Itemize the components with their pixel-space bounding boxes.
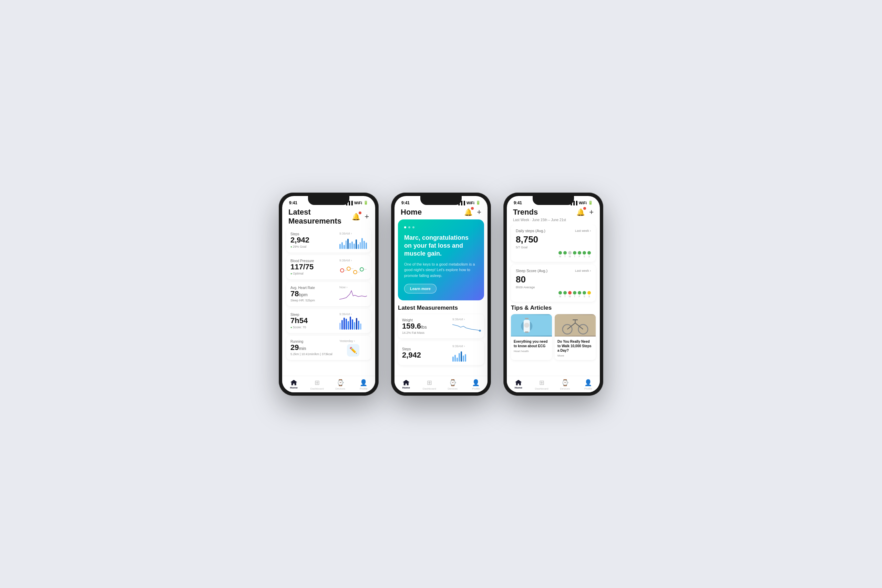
steps-week-chart: M T W T F S S xyxy=(516,251,591,258)
phone-1-notch xyxy=(308,196,350,205)
sleep-card[interactable]: Sleep 7h54 ●Score: 70 9:39AM › xyxy=(286,309,371,333)
status-time-2: 9:41 xyxy=(401,201,410,205)
svg-point-8 xyxy=(479,330,481,332)
tip-steps-image xyxy=(555,314,596,336)
notification-bell-2[interactable]: 🔔 xyxy=(464,208,473,216)
weight-card[interactable]: Weight 159.6lbs 14.2% Fat Mass 9:39AM › xyxy=(398,314,484,338)
nav-home-3[interactable]: Home xyxy=(507,380,530,389)
nav-profile-2[interactable]: 👤 Profile xyxy=(464,379,488,390)
bp-card[interactable]: Blood Pressure 117/75 ●Optimal 9:39AM › xyxy=(286,255,371,279)
nav-dashboard-3[interactable]: ⊞ Dashboard xyxy=(530,379,554,390)
tip-steps-card[interactable]: Do You Really Need to Walk 10,000 Steps … xyxy=(555,314,596,360)
svg-rect-13 xyxy=(525,332,528,333)
sleep-trend-header: Sleep Score (Avg.) Last week › xyxy=(516,268,591,273)
steps-trend-link[interactable]: Last week › xyxy=(575,229,591,232)
tip-steps-content: Do You Really Need to Walk 10,000 Steps … xyxy=(555,336,596,360)
bp-chart xyxy=(339,262,367,276)
nav-devices-2[interactable]: ⌚ Devices xyxy=(441,379,464,390)
add-icon-3[interactable]: + xyxy=(589,208,594,217)
sleep-trend-link[interactable]: Last week › xyxy=(575,269,591,273)
nav-profile-3[interactable]: 👤 Profile xyxy=(577,379,600,390)
svg-point-6 xyxy=(360,268,363,271)
home-icon-2 xyxy=(403,380,410,386)
tip-ecg-card[interactable]: Everything you need to know about ECG He… xyxy=(511,314,552,360)
phone-3-wrapper: 9:41 ▐▐▐ WiFi 🔋 Trends 🔔 + xyxy=(503,192,603,396)
notification-bell-3[interactable]: 🔔 xyxy=(576,208,585,216)
hr-info: Avg. Heart Rate 78bpm Sleep HR: 52bpm xyxy=(291,286,337,302)
wifi-icon-2: WiFi xyxy=(466,201,474,205)
add-icon-2[interactable]: + xyxy=(477,208,481,217)
sleep-week-dots: M T W T F S S xyxy=(558,291,591,298)
tip-ecg-category: Heart health xyxy=(514,350,549,353)
hero-dot-3 xyxy=(412,226,414,228)
steps-trend-sub: 5/7 Goal xyxy=(516,246,591,249)
hr-time: Now › xyxy=(339,285,348,289)
sleep-chart xyxy=(339,316,367,330)
tip-steps-category: Move xyxy=(558,354,593,357)
running-card[interactable]: Running 29min 5.2km | 10:41min/km | 373k… xyxy=(286,336,371,360)
nav-dashboard-1[interactable]: ⊞ Dashboard xyxy=(306,379,329,390)
notification-badge-3 xyxy=(583,207,586,210)
nav-home-2[interactable]: Home xyxy=(394,380,418,389)
nav-home-label-2: Home xyxy=(402,386,410,389)
tip-ecg-title: Everything you need to know about ECG xyxy=(514,339,549,348)
dashboard-icon-3: ⊞ xyxy=(539,379,544,387)
nav-profile-label-2: Profile xyxy=(472,387,480,390)
running-time: Yesterday › xyxy=(339,339,355,343)
steps-trend-label: Daily steps (Avg.) xyxy=(516,229,545,233)
steps-value-2: 2,942 xyxy=(402,351,450,359)
phone-1-top-icons: 🔔 + xyxy=(352,212,369,221)
hero-card[interactable]: Marc, congratulations on your fat loss a… xyxy=(398,219,484,301)
phone-3-title: Trends xyxy=(513,208,538,217)
hero-title: Marc, congratulations on your fat loss a… xyxy=(404,234,478,258)
profile-icon-2: 👤 xyxy=(472,379,480,387)
nav-dashboard-label-2: Dashboard xyxy=(423,387,436,390)
steps-card-2[interactable]: Steps 2,942 9:39AM › xyxy=(398,341,484,365)
phone-3-top-icons: 🔔 + xyxy=(576,208,594,217)
steps-value: 2,942 xyxy=(291,236,337,244)
nav-devices-label-2: Devices xyxy=(448,387,458,390)
steps-trend-card[interactable]: Daily steps (Avg.) Last week › 8,750 5/7… xyxy=(511,225,596,262)
sleep-trend-card[interactable]: Sleep Score (Avg.) Last week › 80 8h09 A… xyxy=(511,264,596,302)
running-sub: 5.2km | 10:41min/km | 373kcal xyxy=(291,352,337,356)
sleep-trend-sub: 8h09 Average xyxy=(516,285,591,289)
sleep-trend-value: 80 xyxy=(516,274,591,285)
sleep-info: Sleep 7h54 ●Score: 70 xyxy=(291,313,337,329)
weight-value: 159.6lbs xyxy=(402,322,450,330)
profile-icon-3: 👤 xyxy=(584,379,592,387)
steps-week-dots: M T W T F S S xyxy=(558,251,591,258)
nav-profile-1[interactable]: 👤 Profile xyxy=(352,379,375,390)
tip-ecg-content: Everything you need to know about ECG He… xyxy=(511,336,552,356)
phone-2-wrapper: 9:41 ▐▐▐ WiFi 🔋 Home 🔔 + xyxy=(391,192,491,396)
wifi-icon-1: WiFi xyxy=(354,201,362,205)
bp-info: Blood Pressure 117/75 ●Optimal xyxy=(291,259,337,275)
status-time-1: 9:41 xyxy=(289,201,297,205)
wifi-icon-3: WiFi xyxy=(579,201,587,205)
dashboard-icon-1: ⊞ xyxy=(315,379,320,387)
nav-dashboard-2[interactable]: ⊞ Dashboard xyxy=(418,379,441,390)
dashboard-icon-2: ⊞ xyxy=(427,379,432,387)
learn-more-btn[interactable]: Learn more xyxy=(404,284,436,294)
heart-rate-card[interactable]: Avg. Heart Rate 78bpm Sleep HR: 52bpm No… xyxy=(286,282,371,306)
phone-3-scroll[interactable]: Daily steps (Avg.) Last week › 8,750 5/7… xyxy=(507,225,600,376)
phone-1-scroll[interactable]: Steps 2,942 ●29% Goal 9:39AM › xyxy=(282,228,375,376)
phone-3-bottom-nav: Home ⊞ Dashboard ⌚ Devices 👤 Profile xyxy=(507,376,600,392)
phone-2-scroll[interactable]: Marc, congratulations on your fat loss a… xyxy=(394,219,488,376)
nav-devices-1[interactable]: ⌚ Devices xyxy=(328,379,352,390)
status-time-3: 9:41 xyxy=(514,201,522,205)
running-value: 29min xyxy=(291,344,337,352)
trends-subtitle: Last Week · June 15th – June 21st xyxy=(507,218,600,222)
phone-1-title: Latest Measurements xyxy=(288,208,352,226)
add-icon-1[interactable]: + xyxy=(364,212,369,221)
steps-card[interactable]: Steps 2,942 ●29% Goal 9:39AM › xyxy=(286,228,371,252)
svg-rect-14 xyxy=(525,318,528,319)
notification-bell-1[interactable]: 🔔 xyxy=(352,213,360,221)
steps-chart xyxy=(339,235,367,249)
nav-devices-3[interactable]: ⌚ Devices xyxy=(554,379,577,390)
phone-2-section-title: Latest Measurements xyxy=(398,304,484,311)
bp-sub: ●Optimal xyxy=(291,272,337,275)
nav-home-1[interactable]: Home xyxy=(282,380,306,389)
phone-2: 9:41 ▐▐▐ WiFi 🔋 Home 🔔 + xyxy=(391,192,491,396)
profile-icon-1: 👤 xyxy=(360,379,367,387)
svg-point-0 xyxy=(340,268,344,272)
